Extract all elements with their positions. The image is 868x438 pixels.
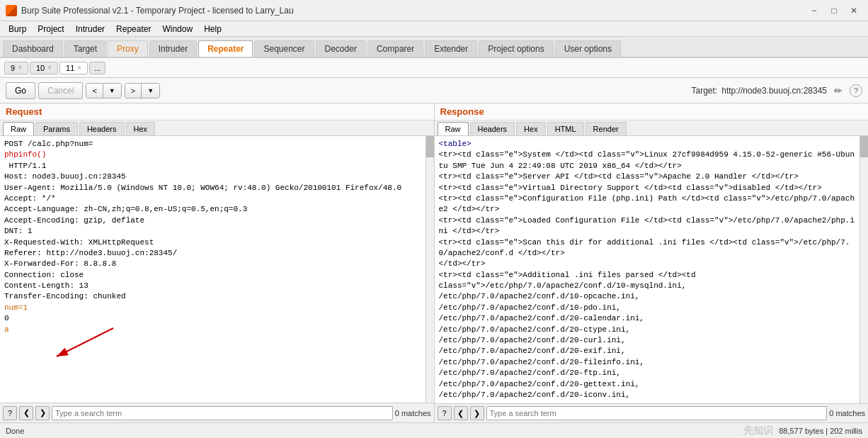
app-icon bbox=[6, 5, 17, 16]
response-search-input[interactable] bbox=[486, 406, 828, 420]
response-search-help-icon[interactable]: ? bbox=[438, 406, 452, 420]
repeater-tab-11-label: 11 bbox=[66, 64, 74, 72]
repeater-tab-10[interactable]: 10 × bbox=[30, 62, 58, 74]
request-line: Content-Length: 13 bbox=[4, 281, 421, 291]
statusbar: Done 先知识 88,577 bytes | 202 millis bbox=[0, 422, 868, 438]
request-search-next-icon[interactable]: ❯ bbox=[35, 406, 50, 420]
prev-dropdown-button[interactable]: ▼ bbox=[103, 84, 121, 98]
menu-burp[interactable]: Burp bbox=[3, 23, 32, 35]
response-panel-wrapper: <table><tr><td class="e">System </td><td… bbox=[435, 136, 869, 403]
menu-help[interactable]: Help bbox=[198, 23, 227, 35]
tab-decoder[interactable]: Decoder bbox=[316, 40, 366, 57]
tab-comparer[interactable]: Comparer bbox=[367, 40, 423, 57]
response-line: <tr><td class="e">Server API </td><td cl… bbox=[439, 172, 856, 182]
tab-proxy[interactable]: Proxy bbox=[108, 40, 148, 57]
tab-sequencer[interactable]: Sequencer bbox=[254, 40, 314, 57]
menu-intruder[interactable]: Intruder bbox=[70, 23, 110, 35]
response-line: <tr><td class="e">System </td><td class=… bbox=[439, 150, 856, 172]
request-search-prev-icon[interactable]: ❮ bbox=[19, 406, 33, 420]
maximize-button[interactable]: □ bbox=[826, 4, 843, 18]
tab-dashboard[interactable]: Dashboard bbox=[3, 40, 63, 57]
request-line: Transfer-Encoding: chunked bbox=[4, 291, 421, 302]
next-dropdown-button[interactable]: ▼ bbox=[142, 84, 159, 98]
request-line: Accept: */* bbox=[4, 193, 421, 204]
repeater-tabs: 9 × 10 × 11 × ... bbox=[0, 58, 868, 78]
response-sub-tabs: Raw Headers Hex HTML Render bbox=[435, 120, 869, 136]
response-tab-render[interactable]: Render bbox=[586, 122, 627, 135]
status-right: 先知识 88,577 bytes | 202 millis bbox=[743, 425, 862, 437]
response-panel: Response Raw Headers Hex HTML Render <ta… bbox=[435, 103, 869, 422]
response-line: <tr><td class="e">Configuration File (ph… bbox=[439, 193, 856, 215]
menu-window[interactable]: Window bbox=[156, 23, 198, 35]
request-tab-params[interactable]: Params bbox=[35, 122, 78, 135]
minimize-button[interactable]: − bbox=[806, 4, 823, 18]
request-line: POST /calc.php?num= bbox=[4, 139, 421, 150]
response-tab-headers[interactable]: Headers bbox=[470, 122, 515, 135]
tab-target[interactable]: Target bbox=[64, 40, 106, 57]
request-line: Connection: close bbox=[4, 270, 421, 281]
watermark: 先知识 bbox=[743, 425, 773, 437]
response-line: /etc/php/7.0/apache2/conf.d/10-opcache.i… bbox=[439, 291, 856, 302]
close-button[interactable]: ✕ bbox=[845, 4, 862, 18]
response-tab-html[interactable]: HTML bbox=[547, 122, 584, 135]
request-line: phpinfo() bbox=[4, 150, 421, 160]
request-panel-wrapper: POST /calc.php?num=phpinfo() HTTP/1.1Hos… bbox=[0, 136, 434, 403]
response-search-prev-icon[interactable]: ❮ bbox=[454, 406, 468, 420]
menu-project[interactable]: Project bbox=[32, 23, 69, 35]
tab-intruder[interactable]: Intruder bbox=[149, 40, 197, 57]
repeater-tab-more[interactable]: ... bbox=[89, 62, 105, 74]
status-bytes: 88,577 bytes | 202 millis bbox=[779, 427, 862, 435]
response-panel-header: Response bbox=[435, 103, 869, 120]
response-scroll-thumb bbox=[860, 136, 868, 157]
request-search-input[interactable] bbox=[52, 406, 393, 420]
request-scroll-thumb bbox=[426, 136, 434, 157]
tab-extender[interactable]: Extender bbox=[425, 40, 477, 57]
response-line: class="v">/etc/php/7.0/apache2/conf.d/10… bbox=[439, 281, 856, 291]
response-scrollbar[interactable] bbox=[860, 136, 868, 403]
request-line: num=1 bbox=[4, 303, 421, 313]
request-sub-tabs: Raw Params Headers Hex bbox=[0, 120, 434, 136]
go-button[interactable]: Go bbox=[6, 82, 35, 99]
repeater-tab-11-close[interactable]: × bbox=[77, 64, 81, 72]
request-tab-headers[interactable]: Headers bbox=[79, 122, 125, 135]
window-controls: − □ ✕ bbox=[806, 4, 862, 18]
menu-repeater[interactable]: Repeater bbox=[110, 23, 156, 35]
next-nav-group: > ▼ bbox=[125, 83, 160, 99]
request-tab-hex[interactable]: Hex bbox=[126, 122, 156, 135]
request-search-help-icon[interactable]: ? bbox=[3, 406, 17, 420]
repeater-tab-10-label: 10 bbox=[36, 64, 45, 72]
help-icon[interactable]: ? bbox=[850, 84, 862, 97]
request-tab-raw[interactable]: Raw bbox=[3, 122, 34, 135]
repeater-tab-9[interactable]: 9 × bbox=[4, 62, 28, 74]
request-panel-header: Request bbox=[0, 103, 434, 120]
request-scrollbar[interactable] bbox=[426, 136, 434, 403]
tab-repeater[interactable]: Repeater bbox=[198, 40, 253, 57]
request-content[interactable]: POST /calc.php?num=phpinfo() HTTP/1.1Hos… bbox=[0, 136, 426, 403]
cancel-button[interactable]: Cancel bbox=[38, 82, 83, 99]
response-content[interactable]: <table><tr><td class="e">System </td><td… bbox=[435, 136, 860, 403]
repeater-tab-10-close[interactable]: × bbox=[47, 64, 52, 72]
tab-project-options[interactable]: Project options bbox=[479, 40, 553, 57]
response-tab-hex[interactable]: Hex bbox=[516, 122, 546, 135]
menubar: Burp Project Intruder Repeater Window He… bbox=[0, 21, 868, 37]
response-line: <tr><td class="e">Additional .ini files … bbox=[439, 270, 856, 281]
titlebar: Burp Suite Professional v2.1 - Temporary… bbox=[0, 0, 868, 21]
response-line: /etc/php/7.0/apache2/conf.d/20-gettext.i… bbox=[439, 379, 856, 390]
request-line: User-Agent: Mozilla/5.0 (Windows NT 10.0… bbox=[4, 183, 421, 193]
prev-button[interactable]: < bbox=[86, 84, 103, 98]
response-matches: 0 matches bbox=[829, 409, 865, 417]
request-line: 0 bbox=[4, 313, 421, 324]
prev-nav-group: < ▼ bbox=[86, 83, 121, 99]
window-title: Burp Suite Professional v2.1 - Temporary… bbox=[21, 6, 806, 16]
request-line: Referer: http://node3.buuoj.cn:28345/ bbox=[4, 248, 421, 259]
response-search-next-icon[interactable]: ❯ bbox=[470, 406, 484, 420]
response-line: <table> bbox=[439, 139, 856, 150]
edit-icon[interactable]: ✏ bbox=[831, 84, 845, 98]
response-line: /etc/php/7.0/apache2/conf.d/20-curl.ini, bbox=[439, 335, 856, 346]
next-button[interactable]: > bbox=[125, 84, 142, 98]
response-tab-raw[interactable]: Raw bbox=[438, 122, 469, 135]
response-line: /etc/php/7.0/apache2/conf.d/20-ftp.ini, bbox=[439, 368, 856, 378]
tab-user-options[interactable]: User options bbox=[555, 40, 621, 57]
repeater-tab-9-close[interactable]: × bbox=[18, 64, 22, 72]
repeater-tab-11[interactable]: 11 × bbox=[59, 62, 88, 74]
